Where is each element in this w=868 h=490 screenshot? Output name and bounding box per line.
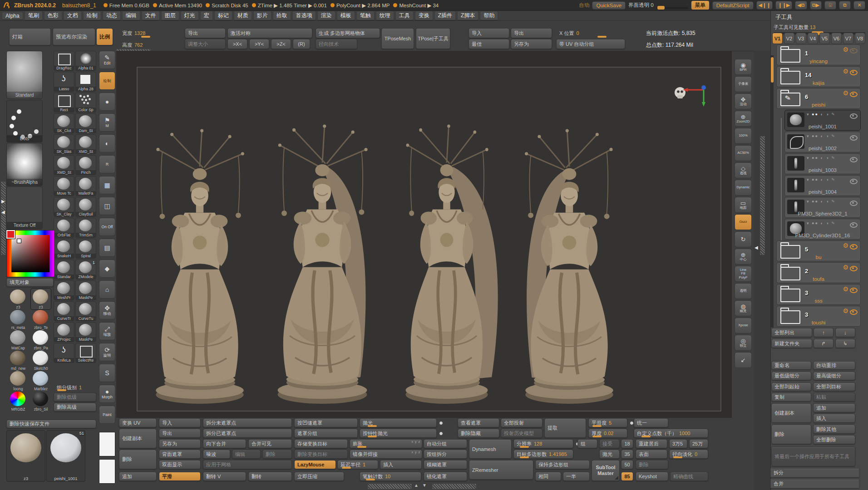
duplicate-button[interactable]: 创建副本 — [771, 403, 811, 423]
inflate-slider[interactable]: 膨胀x y z — [350, 439, 422, 448]
material-zbro_Sil-11[interactable]: zbro_Sil — [31, 391, 51, 412]
rotate-view-button[interactable]: ↻ — [735, 231, 752, 247]
transp-button[interactable]: 透明 — [735, 283, 752, 299]
smoothness-slider-slider-handle[interactable] — [592, 425, 602, 427]
actual-size-button[interactable]: 100% — [735, 128, 752, 144]
brush-ClayBuil-15[interactable]: ClayBuil — [75, 197, 96, 217]
version-V3[interactable]: V3 — [796, 33, 806, 44]
gear-icon[interactable]: ⚙ — [843, 68, 848, 75]
resolution-slider-slider-handle[interactable] — [520, 446, 529, 448]
subtool-mini-icons[interactable]: ▾ ●● ◐ ◑ ✎ — [807, 177, 836, 182]
dynamic-button[interactable]: Dynamic — [735, 180, 752, 196]
viewport-canvas[interactable] — [116, 51, 732, 417]
palette-right-icon[interactable]: ⧉▶ — [810, 1, 822, 10]
zoom2d-button[interactable]: ⊕Zoom2D — [735, 111, 752, 127]
symmetry-r-button[interactable]: (R) — [293, 39, 310, 49]
grid-button[interactable]: ◫ — [99, 197, 115, 215]
subtool-list-scrollbar[interactable] — [771, 55, 774, 328]
uv-transform-button[interactable]: 变换 UV — [119, 418, 157, 427]
menu-影片[interactable]: 影片 — [253, 11, 271, 20]
brush-preview-Dots[interactable]: Dots — [6, 100, 43, 142]
material-MatCap-4[interactable]: MatCap — [8, 329, 28, 350]
default-zscript-button[interactable]: DefaultZScript — [712, 1, 754, 10]
custom-points-slider-slider-handle[interactable] — [641, 436, 651, 437]
bp-import-button[interactable]: 导入 — [159, 418, 201, 427]
delete-hidden-button[interactable]: 删除隐藏 — [458, 429, 499, 438]
material-Sketch0-7[interactable]: Sketch0 — [31, 350, 51, 371]
brush-SelectRe-29[interactable]: SelectRe — [75, 343, 96, 363]
stroke-count-slider[interactable]: 笔触计数10 — [360, 472, 421, 481]
visibility-eye-icon[interactable] — [850, 113, 858, 119]
stroke-count-slider-slider-handle[interactable] — [366, 479, 375, 480]
color-cursor[interactable] — [17, 239, 21, 243]
interface-opacity-slider[interactable] — [656, 7, 688, 9]
menu-灯光[interactable]: 灯光 — [181, 11, 199, 20]
swirl-button[interactable]: S — [99, 364, 115, 382]
menu-笔刷[interactable]: 笔刷 — [25, 11, 43, 20]
current-material-peishi_1001[interactable]: 51peishi_1001 — [46, 430, 85, 482]
ghost-button[interactable]: ◍幽灵 — [735, 300, 752, 316]
material-zbro_Pa-5[interactable]: zbro_Pa — [31, 329, 51, 350]
smoothness-slider[interactable]: 平滑度5 — [588, 418, 627, 427]
visibility-eye-icon[interactable] — [850, 157, 858, 162]
brush-SK_Clay-14[interactable]: SK_Clay — [54, 197, 74, 217]
folder-sss[interactable]: 3sss⚙ — [776, 284, 861, 305]
subtool-peishi_1004[interactable]: ▾ ●● ◐ ◑ ✎peishi_1004 — [784, 175, 861, 196]
floor-button[interactable]: ▭地面 — [735, 197, 752, 213]
scale-mode-button[interactable]: 比例 — [96, 28, 113, 45]
brush-OrbFlat-16[interactable]: OrbFlat — [54, 218, 74, 238]
auto-reorder-button[interactable]: 自动重排 — [813, 361, 855, 370]
split-masked-button[interactable]: 拆分已遮罩点 — [203, 429, 292, 438]
split-unmasked-button[interactable]: 拆分未遮罩点 — [203, 418, 292, 427]
scroll-down-icon[interactable]: ▼ — [422, 483, 427, 488]
restore-icon[interactable]: ⧉ — [839, 1, 851, 10]
visibility-eye-icon[interactable] — [850, 244, 858, 250]
new-folder-button[interactable]: 新建文件夹 — [771, 339, 812, 348]
nav-arrow-button[interactable]: ↙ — [735, 352, 752, 368]
target-polycount-slider[interactable]: 目标多边形数1.41985 — [513, 450, 573, 459]
precise-curve-button[interactable]: 精确曲线 — [670, 472, 708, 481]
center-button[interactable]: ⊕中心 — [735, 249, 752, 265]
dynamesh-button[interactable]: Dynamesh — [469, 439, 512, 459]
subdiv-level-slider-slider-handle[interactable] — [57, 389, 66, 391]
folder-kaijia[interactable]: 14kaijia⚙ — [776, 66, 861, 87]
color-picker[interactable] — [6, 230, 54, 277]
noise-edit-button[interactable]: 编辑 — [232, 450, 261, 459]
paste-button[interactable]: 粘贴 — [813, 393, 855, 402]
smoothness-slider-radio[interactable] — [630, 421, 634, 425]
move-up-button[interactable]: ↑ — [814, 328, 833, 337]
color-picker-field[interactable] — [11, 235, 49, 272]
version-V8[interactable]: V8 — [855, 33, 865, 44]
symmetry-z-button[interactable]: >Z< — [271, 39, 291, 49]
bp-duplicate-button[interactable]: 创建副本 — [119, 429, 157, 448]
material-MRGBZ-10[interactable]: MRGBZ — [8, 391, 28, 412]
scale-button[interactable]: ⤢缩放 — [99, 322, 115, 340]
polish-slider-slider-handle[interactable] — [368, 425, 377, 427]
scroll-up-icon[interactable]: ▲ — [414, 483, 419, 488]
menu-编辑[interactable]: 编辑 — [122, 11, 140, 20]
viewport[interactable] — [116, 51, 732, 417]
delete-higher-button[interactable]: 删除高级 — [54, 403, 96, 412]
gear-icon[interactable]: ⚙ — [843, 285, 848, 293]
material-z3-0[interactable]: z3 — [8, 289, 28, 309]
menu-工具[interactable]: 工具 — [395, 11, 414, 20]
texture-swatch[interactable] — [99, 432, 115, 456]
double-sided-button[interactable]: 双面显示 — [159, 460, 201, 469]
insert-button[interactable]: 插入 — [813, 414, 855, 423]
right-divider-toggle-icon[interactable]: ◀ — [755, 245, 758, 250]
brush-Color Sp-5[interactable]: Color Sp — [75, 93, 96, 113]
menu-button[interactable]: 菜单 — [691, 0, 710, 10]
x-position-slider[interactable]: X 位置0 — [556, 28, 625, 38]
material-loong-8[interactable]: loong — [8, 370, 28, 391]
apply-last-to-all-button[interactable]: 将最后一个操作应用于所有子工具 — [771, 446, 855, 466]
unify-button[interactable]: 统一 — [634, 418, 668, 427]
lazy-radius-slider-slider-handle[interactable] — [342, 467, 351, 469]
brush-Spiral-19[interactable]: Spiral — [75, 239, 96, 259]
rgb-button[interactable]: R — [99, 155, 115, 173]
version-V2[interactable]: V2 — [784, 33, 794, 44]
all-to-start-button[interactable]: 全部到起始 — [771, 382, 811, 391]
value-85[interactable]: 85 — [621, 472, 633, 481]
thickness-slider[interactable]: 厚度0.02 — [588, 429, 627, 438]
delete-quicksave-button[interactable]: 删除快速保存文件 — [6, 420, 96, 428]
doc-width-slider-slider-handle[interactable] — [141, 36, 150, 38]
